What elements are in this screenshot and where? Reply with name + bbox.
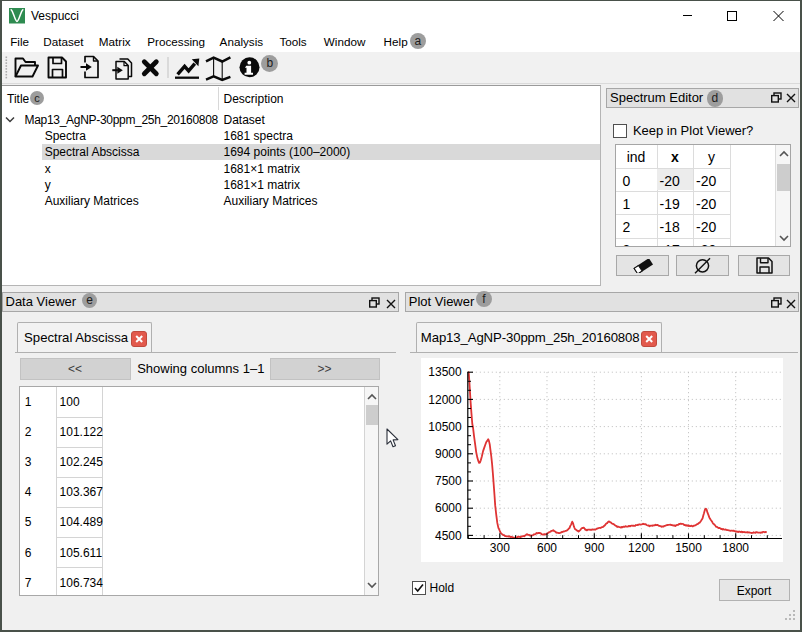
svg-text:900: 900 bbox=[584, 541, 604, 555]
svg-text:12000: 12000 bbox=[428, 392, 462, 406]
svg-text:7500: 7500 bbox=[435, 474, 462, 488]
svg-text:300: 300 bbox=[489, 541, 509, 555]
svg-text:1800: 1800 bbox=[722, 541, 749, 555]
svg-text:9000: 9000 bbox=[435, 447, 462, 461]
svg-text:1500: 1500 bbox=[675, 541, 702, 555]
svg-text:13500: 13500 bbox=[428, 365, 462, 379]
svg-text:4500: 4500 bbox=[435, 528, 462, 542]
svg-text:6000: 6000 bbox=[435, 501, 462, 515]
svg-text:10500: 10500 bbox=[428, 419, 462, 433]
svg-text:1200: 1200 bbox=[628, 541, 655, 555]
svg-text:600: 600 bbox=[537, 541, 557, 555]
